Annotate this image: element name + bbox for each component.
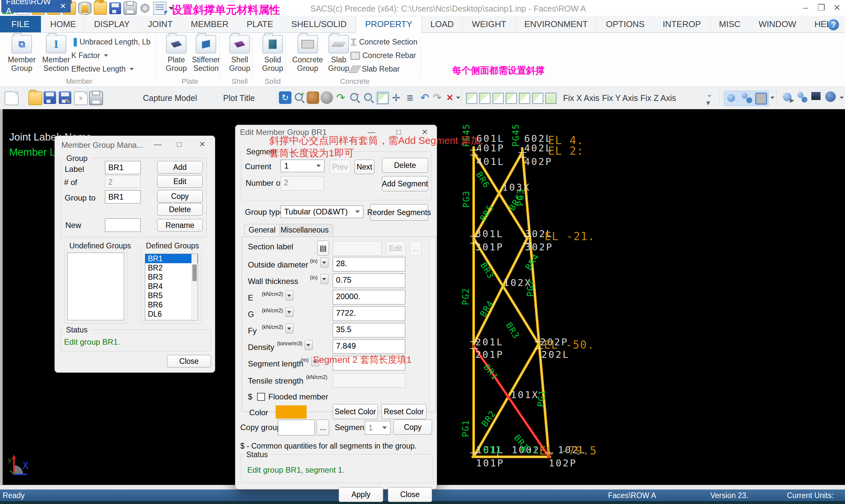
maximize-button[interactable]: ❐	[815, 3, 828, 13]
delete-mode-icon[interactable]: ✕	[444, 91, 456, 104]
volume-box-5-icon[interactable]	[519, 93, 530, 104]
menu-tab-environment[interactable]: ENVIRONMENT	[515, 16, 597, 32]
edit-close-button[interactable]: Close	[388, 487, 432, 502]
volume-box-1-icon[interactable]	[466, 93, 477, 104]
fy-field[interactable]: 35.5	[333, 323, 405, 338]
e-unit-spinner[interactable]	[285, 291, 294, 301]
volume-box-6-icon[interactable]	[532, 93, 543, 104]
section-list-icon[interactable]: ▤	[317, 240, 329, 256]
apply-button[interactable]: Apply	[339, 487, 383, 502]
delete-caret[interactable]	[456, 97, 460, 99]
defined-group-item-br6[interactable]: BR6	[145, 300, 198, 309]
minimize-button[interactable]: –	[799, 3, 812, 13]
close-button[interactable]: ✕	[830, 3, 844, 13]
menu-tab-interop[interactable]: INTEROP	[654, 16, 710, 32]
pick-all-globe-icon[interactable]	[825, 91, 836, 102]
pan-hand-icon[interactable]	[307, 91, 319, 104]
fix-x-axis-button[interactable]: Fix X Axis	[563, 93, 599, 103]
shell-group-button[interactable]: Shell Group	[224, 35, 256, 73]
volume-box-2-icon[interactable]	[479, 93, 491, 104]
wall-thickness-unit-spinner[interactable]	[320, 274, 329, 284]
wall-thickness-field[interactable]: 0.75	[333, 273, 405, 288]
menu-tab-member[interactable]: MEMBER	[182, 16, 237, 32]
slab-group-button[interactable]: Slab Group	[323, 35, 354, 73]
select-member-icon[interactable]	[742, 93, 747, 98]
undo-icon[interactable]: ↶	[419, 91, 431, 104]
volume-box-3-icon[interactable]	[492, 93, 504, 104]
menu-tab-joint[interactable]: JOINT	[139, 16, 182, 32]
menu-tab-window[interactable]: WINDOW	[750, 16, 805, 32]
member-leg-right[interactable]	[522, 148, 549, 457]
copy-page-icon[interactable]: ≡	[74, 91, 88, 105]
defined-group-item-dl7[interactable]: DL7	[145, 319, 198, 320]
settings-gear-icon[interactable]	[139, 2, 151, 14]
plot-title-button[interactable]: Plot Title	[223, 93, 255, 103]
menu-tab-display[interactable]: DISPLAY	[85, 16, 139, 32]
view-tab-close-icon[interactable]: ✕	[60, 2, 66, 11]
copy-group-field[interactable]	[278, 419, 315, 435]
g-field[interactable]: 7722.	[333, 306, 405, 321]
fix-z-axis-button[interactable]: Fix Z Axis	[640, 93, 676, 103]
g-unit-spinner[interactable]	[285, 307, 294, 317]
defined-group-item-br2[interactable]: BR2	[145, 263, 198, 272]
zoom-window-icon[interactable]	[362, 91, 375, 104]
capture-model-button[interactable]: Capture Model	[143, 93, 197, 103]
edit-tab-miscellaneous[interactable]: Miscellaneous	[276, 224, 333, 236]
select-mode-caret[interactable]	[770, 97, 774, 99]
concrete-group-button[interactable]: Concrete Group	[292, 35, 323, 73]
print-icon[interactable]	[123, 2, 137, 15]
effective-length-button[interactable]: Effective Length	[71, 65, 134, 74]
mgm-close-button[interactable]: Close	[167, 355, 211, 367]
toolbar-expand-chevron[interactable]: ⌄▾	[706, 90, 712, 107]
mgm-add-button[interactable]: Add	[157, 161, 203, 174]
menu-tab-load[interactable]: LOAD	[422, 16, 463, 32]
color-swatch[interactable]	[276, 406, 307, 418]
reset-color-button[interactable]: Reset Color	[381, 404, 426, 419]
edit-next-button[interactable]: Next	[354, 160, 374, 174]
member-section-button[interactable]: I Member Section	[40, 35, 72, 73]
density-unit-spinner[interactable]	[305, 340, 313, 350]
database-icon[interactable]	[78, 2, 91, 15]
print-model-icon[interactable]	[89, 91, 103, 105]
pick-member-icon[interactable]	[797, 92, 804, 98]
mgm-undefined-list[interactable]	[67, 253, 124, 320]
rotate-green-icon[interactable]: ↷	[334, 91, 347, 104]
defined-group-item-br3[interactable]: BR3	[145, 272, 198, 282]
pick-joint-icon[interactable]: ➤	[783, 93, 792, 101]
stiffener-section-button[interactable]: Stiffener Section	[190, 35, 222, 73]
plate-group-button[interactable]: Plate Group	[160, 35, 192, 73]
pick-plate-icon[interactable]	[811, 92, 821, 100]
mgm-minimize-icon[interactable]: —	[151, 139, 165, 150]
fy-unit-spinner[interactable]	[285, 324, 294, 334]
e-field[interactable]: 20000.	[333, 290, 405, 304]
mgm-new-field[interactable]	[105, 218, 141, 232]
edit-current-combo[interactable]: 1	[281, 160, 324, 172]
mgm-copy-button[interactable]: Copy	[157, 190, 203, 202]
redo-icon[interactable]: ↷	[431, 91, 444, 104]
help-icon[interactable]: ?	[828, 19, 839, 30]
select-joint-icon[interactable]	[727, 94, 735, 102]
edit-tab-general[interactable]: General	[244, 224, 280, 236]
mgm-label-field[interactable]: BR1	[105, 161, 141, 174]
member-brace-BR4-b[interactable]	[474, 238, 527, 344]
menu-tab-property[interactable]: PROPERTY	[356, 16, 422, 33]
open-icon[interactable]	[29, 91, 42, 105]
pan-cross-icon[interactable]: ✛	[390, 91, 402, 104]
menu-tab-options[interactable]: OPTIONS	[597, 16, 654, 32]
slab-rebar-button[interactable]: Slab Rebar	[351, 65, 400, 74]
save-as-icon[interactable]: ✎	[59, 91, 71, 104]
unbraced-length-button[interactable]: Unbraced Length, Lb	[71, 38, 151, 47]
recent-files-icon[interactable]: ▰	[94, 2, 107, 15]
mgm-rename-button[interactable]: Rename	[157, 219, 203, 232]
k-factor-button[interactable]: K Factor	[71, 51, 108, 60]
flooded-member-checkbox[interactable]	[257, 393, 265, 401]
mgm-delete-button[interactable]: Delete	[157, 203, 203, 216]
edit-add-segment-button[interactable]: Add Segment	[382, 176, 428, 191]
mgm-defined-list[interactable]: BR1BR2BR3BR4BR5BR6DL6DL7H11	[145, 254, 198, 320]
outside-diameter-unit-spinner[interactable]	[320, 258, 329, 268]
pick-mode-caret[interactable]	[840, 97, 844, 99]
report-lines-icon[interactable]: ≣	[404, 91, 416, 104]
outside-diameter-field[interactable]: 28.	[333, 257, 405, 271]
volume-box-7-icon[interactable]	[545, 93, 557, 104]
volume-view-icon[interactable]	[376, 91, 389, 105]
